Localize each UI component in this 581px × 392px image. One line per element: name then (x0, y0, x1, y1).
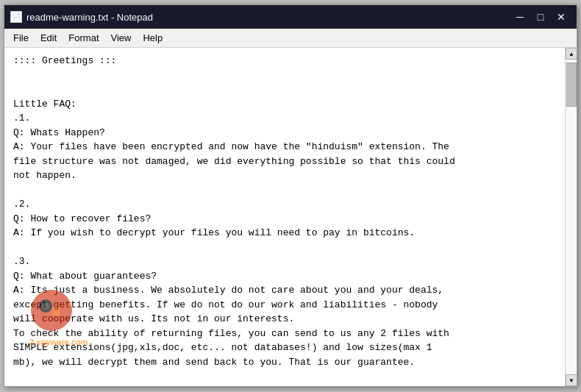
scroll-down-button[interactable]: ▼ (566, 374, 577, 386)
vertical-scrollbar[interactable]: ▲ ▼ (565, 48, 577, 386)
notepad-window: 📄 readme-warning.txt - Notepad ─ □ ✕ Fil… (4, 4, 577, 387)
app-icon: 📄 (10, 11, 22, 23)
scrollbar-thumb[interactable] (566, 63, 577, 107)
title-buttons: ─ □ ✕ (510, 9, 571, 25)
menu-help[interactable]: Help (137, 31, 168, 45)
minimize-button[interactable]: ─ (510, 9, 530, 25)
content-area: :::: Greetings ::: Little FAQ: .1. Q: Wh… (4, 48, 577, 386)
menu-format[interactable]: Format (63, 31, 104, 45)
title-bar: 📄 readme-warning.txt - Notepad ─ □ ✕ (4, 5, 577, 29)
scroll-up-button[interactable]: ▲ (566, 48, 577, 60)
scrollbar-track[interactable] (566, 60, 577, 374)
menu-view[interactable]: View (105, 31, 138, 45)
title-bar-left: 📄 readme-warning.txt - Notepad (10, 11, 153, 23)
menu-edit[interactable]: Edit (35, 31, 63, 45)
menu-file[interactable]: File (7, 31, 35, 45)
window-title: readme-warning.txt - Notepad (26, 12, 153, 23)
text-editor[interactable]: :::: Greetings ::: Little FAQ: .1. Q: Wh… (4, 48, 565, 386)
menu-bar: File Edit Format View Help (4, 29, 577, 48)
maximize-button[interactable]: □ (531, 9, 550, 25)
close-button[interactable]: ✕ (552, 9, 571, 25)
